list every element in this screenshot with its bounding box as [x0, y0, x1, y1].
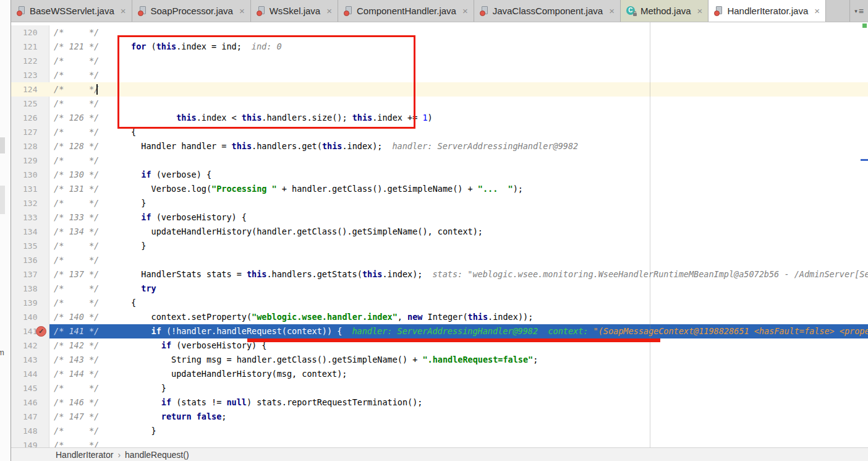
code-line-body[interactable]: /* */ }: [49, 381, 868, 395]
code-line-body[interactable]: /* */: [49, 97, 868, 111]
gutter-cell[interactable]: 149: [11, 438, 49, 447]
tab-componenthandler-java[interactable]: ComponentHandler.java×: [338, 0, 474, 22]
tab-handleriterator-java[interactable]: HandlerIterator.java×: [708, 0, 826, 22]
code-line-body[interactable]: /* */: [49, 438, 868, 447]
code-line[interactable]: 128/* 128 */ Handler handler = this.hand…: [11, 139, 868, 153]
gutter-cell[interactable]: 145: [11, 381, 49, 395]
tab-method-java[interactable]: CMethod.java×: [621, 0, 708, 22]
close-icon[interactable]: ×: [121, 6, 126, 16]
gutter-cell[interactable]: 137: [11, 267, 49, 282]
gutter-cell[interactable]: 126: [11, 111, 49, 125]
gutter-cell[interactable]: 134: [11, 225, 49, 239]
code-line-body[interactable]: /* */: [49, 153, 868, 168]
gutter-cell[interactable]: 121: [11, 40, 49, 54]
gutter-cell[interactable]: 143: [11, 353, 49, 367]
code-line-body[interactable]: /* */: [49, 253, 868, 267]
code-line-body[interactable]: /* 131 */ Verbose.log("Processing " + ha…: [49, 182, 868, 196]
code-line-body[interactable]: /* */: [49, 68, 868, 82]
code-line-body[interactable]: /* 143 */ String msg = handler.getClass(…: [49, 353, 868, 367]
gutter-cell[interactable]: 141✓: [11, 324, 49, 338]
code-line[interactable]: 140/* 140 */ context.setProperty("weblog…: [11, 310, 868, 324]
tab-javaclasscomponent-java[interactable]: JavaClassComponent.java×: [474, 0, 621, 22]
close-icon[interactable]: ×: [814, 6, 820, 16]
code-line[interactable]: 144/* 144 */ updateHandlerHistory(msg, c…: [11, 367, 868, 381]
gutter-cell[interactable]: 133: [11, 210, 49, 225]
gutter-cell[interactable]: 123: [11, 68, 49, 82]
code-line[interactable]: 122/* */: [11, 54, 868, 68]
code-line-body[interactable]: /* 144 */ updateHandlerHistory(msg, cont…: [49, 367, 868, 381]
code-line-body[interactable]: /* 134 */ updateHandlerHistory(handler.g…: [49, 225, 868, 239]
code-line[interactable]: 131/* 131 */ Verbose.log("Processing " +…: [11, 182, 868, 196]
code-line-body[interactable]: /* */: [49, 25, 868, 40]
code-line-body[interactable]: /* */ }: [49, 424, 868, 438]
gutter-cell[interactable]: 120: [11, 25, 49, 40]
tab-soapprocessor-java[interactable]: SoapProcessor.java×: [132, 0, 251, 22]
code-line[interactable]: 145/* */ }: [11, 381, 868, 395]
gutter-cell[interactable]: 135: [11, 239, 49, 253]
code-line-body[interactable]: /* 130 */ if (verbose) {: [49, 168, 868, 182]
gutter-cell[interactable]: 147: [11, 410, 49, 424]
gutter-cell[interactable]: 131: [11, 182, 49, 196]
gutter-cell[interactable]: 130: [11, 168, 49, 182]
code-line[interactable]: 143/* 143 */ String msg = handler.getCla…: [11, 353, 868, 367]
code-line[interactable]: 126/* 126 */ this.index < this.handlers.…: [11, 111, 868, 125]
code-line[interactable]: 147/* 147 */ return false;: [11, 410, 868, 424]
gutter-cell[interactable]: 136: [11, 253, 49, 267]
gutter-cell[interactable]: 148: [11, 424, 49, 438]
code-line-body[interactable]: /* 133 */ if (verboseHistory) {: [49, 210, 868, 225]
code-line-body[interactable]: /* 140 */ context.setProperty("weblogic.…: [49, 310, 868, 324]
code-line-body[interactable]: /* 137 */ HandlerStats stats = this.hand…: [49, 267, 868, 282]
gutter-cell[interactable]: 122: [11, 54, 49, 68]
code-line[interactable]: 142/* 142 */ if (verboseHistory) {: [11, 338, 868, 353]
close-icon[interactable]: ×: [326, 6, 332, 16]
code-line[interactable]: 146/* 146 */ if (stats != null) stats.re…: [11, 395, 868, 410]
code-line[interactable]: 137/* 137 */ HandlerStats stats = this.h…: [11, 267, 868, 282]
code-line-body[interactable]: /* */ }: [49, 239, 868, 253]
code-line-body[interactable]: /* 142 */ if (verboseHistory) {: [49, 338, 868, 353]
close-icon[interactable]: ×: [462, 6, 468, 16]
code-line[interactable]: 148/* */ }: [11, 424, 868, 438]
gutter-cell[interactable]: 129: [11, 153, 49, 168]
code-line-body[interactable]: /* */: [49, 82, 868, 97]
close-icon[interactable]: ×: [609, 6, 615, 16]
error-stripe-ok-indicator[interactable]: [862, 24, 867, 28]
code-line-body[interactable]: /* 121 */for (this.index = ind;ind: 0: [49, 40, 868, 54]
gutter-cell[interactable]: 138: [11, 282, 49, 296]
code-line[interactable]: 139/* */{: [11, 296, 868, 310]
code-line-body[interactable]: /* */ }: [49, 196, 868, 210]
code-line-body[interactable]: /* 126 */ this.index < this.handlers.siz…: [49, 111, 868, 125]
gutter-cell[interactable]: 127: [11, 125, 49, 139]
tab-list-dropdown[interactable]: ▾ ≡: [849, 0, 868, 22]
error-stripe-caret-mark[interactable]: [861, 159, 868, 161]
breadcrumb-item[interactable]: HandlerIterator: [56, 450, 113, 460]
breakpoint-icon[interactable]: ✓: [36, 326, 46, 337]
tab-wsskel-java[interactable]: WsSkel.java×: [251, 0, 338, 22]
code-line-body[interactable]: /* 141 */ if (!handler.handleRequest(con…: [49, 324, 868, 338]
code-line[interactable]: 133/* 133 */ if (verboseHistory) {: [11, 210, 868, 225]
close-icon[interactable]: ×: [239, 6, 245, 16]
code-line-body[interactable]: /* 146 */ if (stats != null) stats.repor…: [49, 395, 868, 410]
gutter-cell[interactable]: 124: [11, 82, 49, 97]
gutter-cell[interactable]: 146: [11, 395, 49, 410]
code-line-body[interactable]: /* */{: [49, 296, 868, 310]
code-line[interactable]: 136/* */: [11, 253, 868, 267]
code-line-body[interactable]: /* */: [49, 54, 868, 68]
code-line[interactable]: 127/* */{: [11, 125, 868, 139]
code-editor[interactable]: 120/* */121/* 121 */for (this.index = in…: [11, 22, 868, 447]
gutter-cell[interactable]: 142: [11, 338, 49, 353]
code-line[interactable]: 129/* */: [11, 153, 868, 168]
code-line[interactable]: 149/* */: [11, 438, 868, 447]
code-line[interactable]: 124/* */: [11, 82, 868, 97]
tab-basewsservlet-java[interactable]: BaseWSServlet.java×: [11, 0, 132, 22]
code-line-body[interactable]: /* 128 */ Handler handler = this.handler…: [49, 139, 868, 153]
code-line[interactable]: 125/* */: [11, 97, 868, 111]
gutter-cell[interactable]: 125: [11, 97, 49, 111]
code-line[interactable]: 132/* */ }: [11, 196, 868, 210]
gutter-cell[interactable]: 140: [11, 310, 49, 324]
gutter-cell[interactable]: 144: [11, 367, 49, 381]
code-line[interactable]: 121/* 121 */for (this.index = ind;ind: 0: [11, 40, 868, 54]
code-line[interactable]: 130/* 130 */ if (verbose) {: [11, 168, 868, 182]
gutter-cell[interactable]: 132: [11, 196, 49, 210]
gutter-cell[interactable]: 128: [11, 139, 49, 153]
gutter-cell[interactable]: 139: [11, 296, 49, 310]
